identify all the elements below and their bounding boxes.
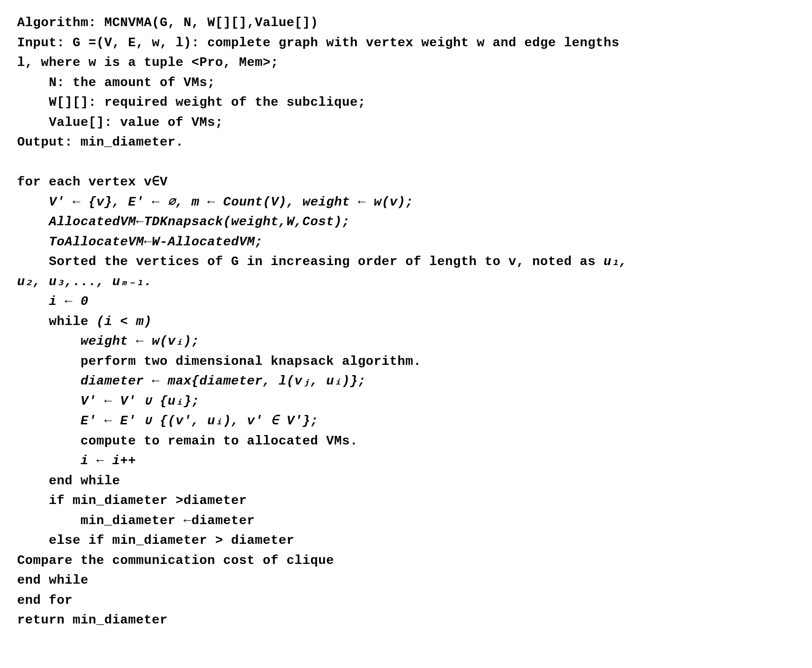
- diameter-max: diameter ← max{diameter, l(vⱼ, uᵢ)};: [17, 371, 795, 391]
- min-diameter-assign: min_diameter ←diameter: [17, 511, 795, 531]
- input-line-5: Value[]: value of VMs;: [17, 113, 795, 133]
- alg-label: Algorithm:: [17, 15, 104, 30]
- init-assign: V' ← {v}, E' ← ∅, m ← Count(V), weight ←…: [17, 192, 795, 212]
- to-allocate-vm: ToAllocateVM←W-AllocatedVM;: [17, 232, 795, 252]
- compute-remain: compute to remain to allocated VMs.: [17, 431, 795, 451]
- weight-vi: weight ← w(vᵢ);: [17, 331, 795, 352]
- alg-name: MCNVMA(G, N, W[][],Value[]): [104, 15, 319, 30]
- end-while-outer: end while: [17, 570, 795, 590]
- else-if: else if min_diameter > diameter: [17, 531, 795, 551]
- alg-header: Algorithm: MCNVMA(G, N, W[][],Value[]): [17, 13, 795, 33]
- input-line-1: Input: G =(V, E, w, l): complete graph w…: [17, 33, 795, 53]
- sorted-line: Sorted the vertices of G in increasing o…: [17, 252, 795, 272]
- if-min-diameter: if min_diameter >diameter: [17, 491, 795, 511]
- i-increment: i ← i++: [17, 451, 795, 471]
- input-line-4: W[][]: required weight of the subclique;: [17, 92, 795, 113]
- input-line-3: N: the amount of VMs;: [17, 73, 795, 93]
- end-while-inner: end while: [17, 471, 795, 491]
- while-kw: while: [49, 314, 96, 329]
- u-sequence: u₂, u₃,..., uₘ₋₁.: [17, 272, 795, 292]
- algorithm-listing: Algorithm: MCNVMA(G, N, W[][],Value[]) I…: [0, 0, 812, 643]
- return-line: return min_diameter: [17, 610, 795, 630]
- while-cond: (i < m): [96, 314, 152, 329]
- end-for: end for: [17, 590, 795, 611]
- for-each: for each vertex v∈V: [17, 172, 795, 192]
- output-line: Output: min_diameter.: [17, 132, 795, 152]
- vprime-union: V' ← V' ∪ {uᵢ};: [17, 391, 795, 412]
- i-zero: i ← 0: [17, 292, 795, 312]
- sorted-u1: u₁,: [603, 254, 627, 269]
- eprime-union: E' ← E' ∪ {(v', uᵢ), v' ∈ V'};: [17, 411, 795, 431]
- blank-line: [17, 152, 795, 173]
- perform-knapsack: perform two dimensional knapsack algorit…: [17, 352, 795, 372]
- compare-cost: Compare the communication cost of clique: [17, 551, 795, 571]
- while-line: while (i < m): [17, 312, 795, 332]
- input-line-2: l, where w is a tuple <Pro, Mem>;: [17, 53, 795, 73]
- sorted-text: Sorted the vertices of G in increasing o…: [49, 254, 603, 269]
- allocated-vm: AllocatedVM←TDKnapsack(weight,W,Cost);: [17, 212, 795, 232]
